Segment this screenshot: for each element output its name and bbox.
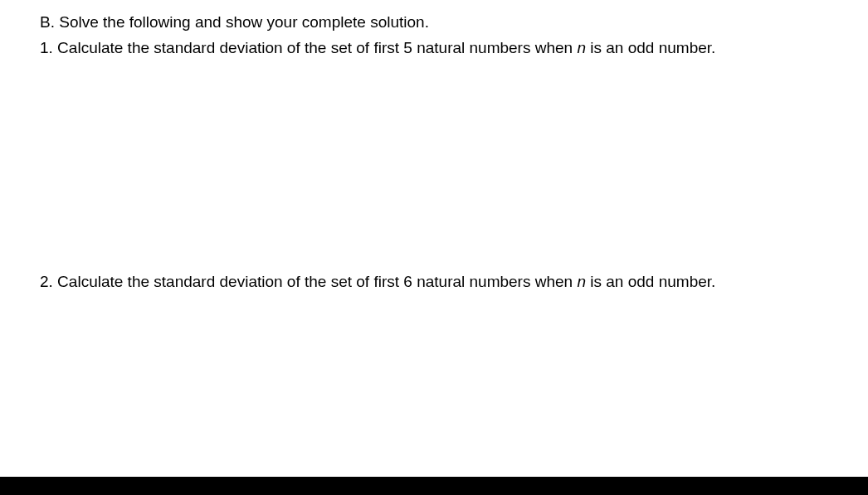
section-label: B. Solve the following and show your com…: [40, 13, 429, 31]
question-2-suffix: is an odd number.: [586, 273, 715, 290]
document-content: B. Solve the following and show your com…: [0, 0, 868, 294]
question-2-variable: n: [577, 273, 586, 290]
question-2-prefix: 2. Calculate the standard deviation of t…: [40, 273, 577, 290]
question-1-prefix: 1. Calculate the standard deviation of t…: [40, 39, 577, 56]
question-1-suffix: is an odd number.: [586, 39, 715, 56]
question-2: 2. Calculate the standard deviation of t…: [40, 271, 828, 294]
question-1: 1. Calculate the standard deviation of t…: [40, 37, 828, 60]
bottom-bar: [0, 477, 868, 495]
section-header: B. Solve the following and show your com…: [40, 12, 828, 34]
question-1-variable: n: [577, 39, 586, 56]
